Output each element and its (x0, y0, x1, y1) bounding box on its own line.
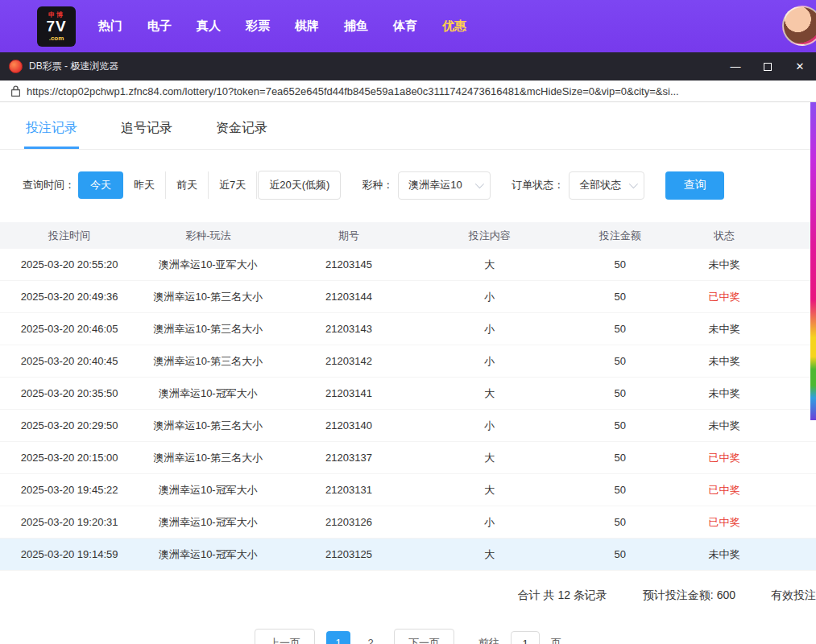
table-row[interactable]: 2025-03-20 19:20:31 澳洲幸运10-冠军大小 21203126… (0, 506, 816, 539)
page-number-1[interactable]: 1 (326, 631, 350, 644)
cell-issue-number: 21203137 (277, 452, 420, 464)
cell-play-type: 澳洲幸运10-冠军大小 (139, 386, 277, 401)
nav-item-6[interactable]: 体育 (393, 19, 417, 34)
logo-main-text: 7V (46, 19, 66, 35)
prev-page-button[interactable]: 上一页 (255, 629, 315, 644)
cell-bet-time: 2025-03-20 20:46:05 (0, 323, 139, 335)
cell-bet-time: 2025-03-20 20:35:50 (0, 387, 139, 399)
total-records-text: 合计 共 12 条记录 (518, 588, 607, 603)
cell-play-type: 澳洲幸运10-第三名大小 (139, 451, 277, 465)
nav-item-0[interactable]: 热门 (98, 19, 122, 34)
summary-bar: 合计 共 12 条记录 预计投注金额: 600 有效投注金 (0, 588, 816, 603)
cell-play-type: 澳洲幸运10-第三名大小 (139, 354, 277, 369)
window-controls: — ✕ (719, 52, 816, 80)
cell-bet-amount: 50 (559, 355, 681, 367)
window-title: DB彩票 - 极速浏览器 (29, 60, 118, 73)
cell-play-type: 澳洲幸运10-第三名大小 (139, 419, 277, 433)
column-header: 投注内容 (420, 229, 559, 243)
table-row[interactable]: 2025-03-20 20:55:20 澳洲幸运10-亚军大小 21203145… (0, 249, 816, 281)
tab-2[interactable]: 资金记录 (214, 115, 269, 149)
cell-bet-content: 小 (420, 354, 559, 369)
table-row[interactable]: 2025-03-20 20:29:50 澳洲幸运10-第三名大小 2120314… (0, 410, 816, 442)
order-status-value: 全部状态 (579, 178, 621, 192)
table-row[interactable]: 2025-03-20 20:49:36 澳洲幸运10-第三名大小 2120314… (0, 281, 816, 313)
tab-1[interactable]: 追号记录 (119, 115, 174, 149)
table-row[interactable]: 2025-03-20 19:14:59 澳洲幸运10-冠军大小 21203125… (0, 539, 816, 571)
top-nav-items: 热门电子真人彩票棋牌捕鱼体育优惠 (98, 19, 466, 34)
time-option-2[interactable]: 前天 (166, 171, 209, 199)
valid-bet-amount-text: 有效投注金 (771, 588, 816, 603)
cell-status: 未中奖 (681, 354, 767, 369)
tab-0[interactable]: 投注记录 (24, 115, 79, 149)
cell-bet-time: 2025-03-20 20:49:36 (0, 291, 139, 303)
table-header-row: 投注时间彩种-玩法期号投注内容投注金额状态 (0, 222, 816, 249)
cell-issue-number: 21203143 (277, 323, 420, 335)
cell-status: 未中奖 (681, 547, 767, 562)
column-header: 投注金额 (559, 229, 681, 243)
time-filter-label: 查询时间： (23, 178, 75, 192)
close-button[interactable]: ✕ (784, 52, 816, 80)
column-header: 投注时间 (0, 229, 139, 243)
cell-bet-content: 小 (420, 290, 559, 304)
avatar[interactable] (782, 6, 816, 46)
time-option-0[interactable]: 今天 (78, 171, 123, 199)
page-number-2[interactable]: 2 (358, 631, 383, 644)
table-row[interactable]: 2025-03-20 20:40:45 澳洲幸运10-第三名大小 2120314… (0, 345, 816, 378)
cell-bet-amount: 50 (559, 291, 681, 303)
table-row[interactable]: 2025-03-20 19:45:22 澳洲幸运10-冠军大小 21203131… (0, 474, 816, 506)
cell-bet-amount: 50 (559, 548, 681, 560)
order-status-select[interactable]: 全部状态 (569, 171, 644, 200)
cell-issue-number: 21203141 (277, 387, 420, 399)
nav-item-2[interactable]: 真人 (197, 19, 221, 34)
nav-item-3[interactable]: 彩票 (246, 19, 270, 34)
cell-issue-number: 21203131 (277, 484, 420, 496)
cell-bet-time: 2025-03-20 20:40:45 (0, 355, 139, 367)
maximize-button[interactable] (752, 52, 784, 80)
site-header: 申博 7V .com 热门电子真人彩票棋牌捕鱼体育优惠 (0, 0, 816, 52)
lottery-select[interactable]: 澳洲幸运10 (398, 171, 491, 200)
next-page-button[interactable]: 下一页 (394, 629, 454, 644)
maximize-icon (764, 63, 772, 71)
time-option-4[interactable]: 近20天(低频) (258, 171, 341, 200)
cell-issue-number: 21203140 (277, 419, 420, 431)
nav-item-4[interactable]: 棋牌 (295, 19, 319, 34)
table-row[interactable]: 2025-03-20 20:46:05 澳洲幸运10-第三名大小 2120314… (0, 313, 816, 345)
cell-bet-content: 大 (420, 386, 559, 401)
cell-status: 已中奖 (681, 290, 767, 304)
search-button[interactable]: 查询 (665, 171, 724, 200)
column-header: 期号 (277, 229, 420, 243)
cell-bet-amount: 50 (559, 387, 681, 399)
cell-bet-content: 大 (420, 547, 559, 562)
goto-page-input[interactable] (511, 631, 540, 644)
record-tabs: 投注记录追号记录资金记录 (0, 102, 816, 150)
cell-bet-time: 2025-03-20 20:29:50 (0, 419, 139, 431)
time-option-1[interactable]: 昨天 (123, 171, 166, 199)
cell-issue-number: 21203125 (277, 548, 420, 560)
minimize-button[interactable]: — (719, 52, 752, 80)
address-bar[interactable]: https://ctop02pchwp1.zfnc84.com/lottery/… (0, 80, 816, 102)
cell-bet-amount: 50 (559, 516, 681, 528)
column-header: 状态 (681, 229, 767, 243)
window-titlebar: DB彩票 - 极速浏览器 — ✕ (0, 52, 816, 80)
cell-bet-content: 大 (420, 451, 559, 465)
goto-label: 前往 (478, 636, 499, 644)
lottery-select-value: 澳洲幸运10 (408, 178, 462, 192)
cell-status: 未中奖 (681, 322, 767, 336)
cell-status: 已中奖 (681, 451, 767, 465)
cell-bet-time: 2025-03-20 19:45:22 (0, 484, 139, 496)
time-option-3[interactable]: 近7天 (209, 171, 257, 199)
cell-status: 已中奖 (681, 483, 767, 497)
chevron-down-icon (475, 180, 484, 188)
table-row[interactable]: 2025-03-20 20:15:00 澳洲幸运10-第三名大小 2120313… (0, 442, 816, 474)
site-logo[interactable]: 申博 7V .com (37, 6, 76, 47)
nav-item-7[interactable]: 优惠 (442, 19, 466, 34)
cell-play-type: 澳洲幸运10-第三名大小 (139, 290, 277, 304)
url-text: https://ctop02pchwp1.zfnc84.com/lottery/… (27, 85, 679, 97)
nav-item-5[interactable]: 捕鱼 (344, 19, 368, 34)
expected-bet-amount-text: 预计投注金额: 600 (643, 588, 735, 603)
cell-bet-time: 2025-03-20 20:15:00 (0, 452, 139, 464)
table-row[interactable]: 2025-03-20 20:35:50 澳洲幸运10-冠军大小 21203141… (0, 378, 816, 410)
cell-issue-number: 21203126 (277, 516, 420, 528)
cell-bet-time: 2025-03-20 19:20:31 (0, 516, 139, 528)
nav-item-1[interactable]: 电子 (147, 19, 172, 34)
